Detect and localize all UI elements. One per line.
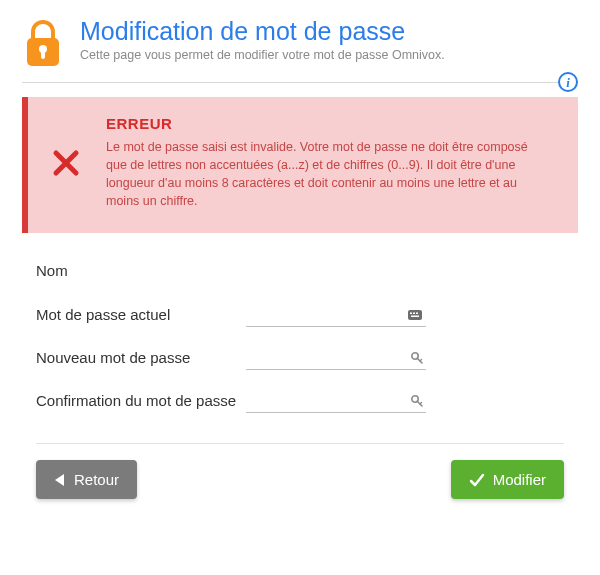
key-icon[interactable]	[410, 394, 424, 408]
error-x-icon	[44, 149, 88, 177]
back-button[interactable]: Retour	[36, 460, 137, 499]
check-icon	[469, 473, 485, 487]
svg-rect-8	[416, 312, 418, 314]
submit-button-label: Modifier	[493, 471, 546, 488]
page-title: Modification de mot de passe	[80, 18, 445, 46]
triangle-left-icon	[54, 473, 66, 487]
new-password-input[interactable]	[246, 345, 426, 370]
current-password-input[interactable]	[246, 302, 426, 327]
error-title: ERREUR	[106, 115, 552, 132]
confirm-password-input[interactable]	[246, 388, 426, 413]
new-password-label: Nouveau mot de passe	[36, 348, 246, 368]
name-label: Nom	[36, 261, 246, 281]
svg-rect-7	[413, 312, 415, 314]
svg-line-12	[420, 359, 422, 361]
back-button-label: Retour	[74, 471, 119, 488]
actions-divider	[36, 443, 564, 444]
info-icon[interactable]: i	[558, 72, 578, 92]
error-message: Le mot de passe saisi est invalide. Votr…	[106, 138, 552, 211]
page-subtitle: Cette page vous permet de modifier votre…	[80, 48, 445, 62]
svg-rect-9	[411, 315, 419, 317]
header-divider	[22, 82, 578, 83]
svg-marker-16	[55, 474, 64, 486]
current-password-label: Mot de passe actuel	[36, 305, 246, 325]
confirm-password-label: Confirmation du mot de passe	[36, 391, 246, 411]
submit-button[interactable]: Modifier	[451, 460, 564, 499]
svg-line-15	[420, 402, 422, 404]
svg-rect-2	[41, 50, 45, 59]
lock-icon	[22, 18, 64, 72]
key-icon[interactable]	[410, 351, 424, 365]
svg-rect-5	[408, 310, 422, 320]
keyboard-icon[interactable]	[408, 308, 424, 322]
error-banner: ERREUR Le mot de passe saisi est invalid…	[22, 97, 578, 233]
svg-rect-6	[410, 312, 412, 314]
